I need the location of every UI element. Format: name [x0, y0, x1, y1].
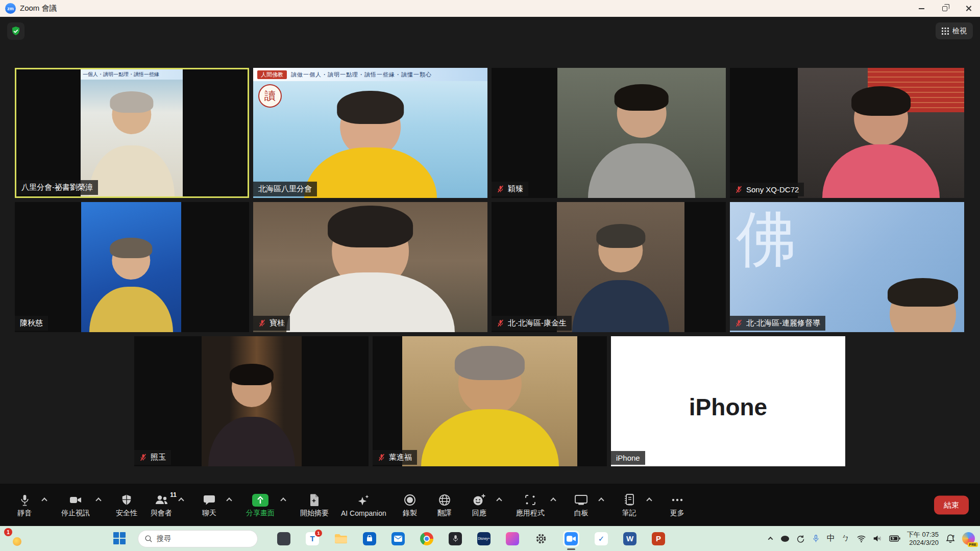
taskbar-settings[interactable] [534, 532, 548, 545]
participant-name-chip: iPhone [611, 451, 645, 465]
participant-name: 北-北海區-連麗修督導 [746, 318, 820, 328]
share-chevron[interactable] [279, 490, 288, 511]
video-tile-lianlixiu[interactable]: 佛 北-北海區-連麗修督導 [730, 202, 964, 332]
video-tile-sony[interactable]: Sony XQ-DC72 [730, 68, 964, 198]
taskbar-file-explorer[interactable] [334, 532, 348, 545]
notes-icon [623, 493, 635, 507]
participant-name-chip: 北海區八里分會 [253, 182, 317, 196]
muted-mic-icon [139, 454, 147, 461]
translate-button[interactable]: 翻譯 [433, 492, 456, 518]
battery-charging-icon[interactable] [889, 535, 900, 542]
video-tile-yejinfu[interactable]: 葉進福 [373, 336, 607, 466]
camera-icon [69, 493, 82, 507]
taskbar-app-window[interactable] [277, 532, 290, 545]
video-tile-liu[interactable]: 一個人・讀明一點理・讀悟一些緣 八里分會-祕書劉榮漳 [15, 68, 249, 198]
video-options-chevron[interactable] [94, 490, 103, 511]
video-tile-chenqiuci[interactable]: 陳秋慈 [15, 202, 249, 332]
muted-mic-icon [497, 185, 504, 193]
taskbar-ms-store[interactable] [363, 532, 376, 545]
chat-chevron[interactable] [225, 490, 234, 511]
share-screen-button[interactable]: 分享畫面 [246, 492, 275, 518]
chat-button[interactable]: 聊天 [198, 492, 220, 518]
video-tile-iphone[interactable]: iPhone iPhone [611, 336, 845, 466]
zoom-toolbar: 靜音 停止視訊 安全性 [0, 484, 980, 526]
video-tile-yingzhen[interactable]: 穎臻 [492, 68, 726, 198]
ime-mode-indicator[interactable]: 中 [827, 533, 835, 544]
participants-chevron[interactable] [177, 490, 186, 511]
buddha-character-overlay: 佛 [736, 202, 796, 281]
reactions-button[interactable]: 回應 [468, 492, 491, 518]
notes-chevron[interactable] [645, 490, 654, 511]
taskbar-weather-widget[interactable]: 1 [3, 528, 26, 549]
security-shield-icon [11, 26, 21, 36]
taskbar-disney-plus[interactable]: Disney+ [477, 532, 491, 545]
taskbar-check-app[interactable]: ✓ [595, 532, 608, 545]
participant-name: 北-北海區-康金生 [508, 318, 567, 328]
view-button[interactable]: 檢視 [936, 22, 973, 39]
copilot-icon[interactable]: PRE [962, 532, 975, 545]
zoom-app-icon: zm [5, 3, 16, 14]
wifi-icon[interactable] [856, 535, 866, 543]
end-meeting-button[interactable]: 結束 [934, 495, 969, 514]
mute-options-chevron[interactable] [40, 490, 49, 511]
reaction-smiley-icon [472, 493, 486, 507]
meeting-info-button[interactable] [7, 22, 24, 40]
whiteboard-chevron[interactable] [597, 490, 606, 511]
start-summary-button[interactable]: 開始摘要 [300, 492, 329, 518]
shield-icon [120, 493, 133, 507]
reactions-chevron[interactable] [495, 490, 504, 511]
apps-button[interactable]: 應用程式 [516, 492, 545, 518]
taskbar-clipchamp[interactable] [506, 532, 519, 545]
participants-count: 11 [170, 491, 177, 498]
close-button[interactable] [957, 0, 980, 17]
taskbar-recorder[interactable] [449, 532, 462, 545]
tray-app-icon[interactable] [781, 536, 789, 542]
apps-chevron[interactable] [549, 490, 558, 511]
more-button[interactable]: 更多 [666, 492, 689, 518]
ai-companion-button[interactable]: AI Companion [341, 493, 386, 517]
zoom-camera-icon [567, 535, 576, 542]
globe-icon [438, 493, 451, 507]
search-placeholder: 搜尋 [157, 534, 171, 543]
t-app-letter: T [310, 534, 314, 543]
participant-name-chip: 寶桂 [253, 316, 290, 331]
ime-phonetic-indicator[interactable]: ㄅ [842, 533, 850, 544]
taskbar-search[interactable]: 搜尋 [138, 530, 258, 547]
disney-label: Disney+ [478, 537, 490, 540]
sync-icon[interactable] [796, 534, 805, 543]
stop-video-button[interactable]: 停止視訊 [61, 492, 90, 518]
banner-tag: 人間佛教 [257, 70, 287, 79]
taskbar-clock[interactable]: 下午 07:35 2024/3/20 [907, 531, 939, 547]
participant-name-chip: 北-北海區-連麗修督導 [730, 316, 825, 331]
video-tile-zhaoyu[interactable]: 照玉 [134, 336, 369, 466]
mute-button[interactable]: 靜音 [13, 492, 36, 518]
video-tile-baogui[interactable]: 寶桂 [253, 202, 487, 332]
taskbar-chrome[interactable] [420, 532, 433, 545]
taskbar-word[interactable]: W [623, 532, 636, 545]
minimize-button[interactable] [910, 0, 933, 17]
video-tile-beihai[interactable]: 人間佛教 讀做一個人・讀明一點理・讀悟一些緣・讀懂一顆心 讀 北海區八里分會 [253, 68, 487, 198]
notification-bell[interactable]: z [945, 533, 955, 544]
participant-name-chip: 照玉 [134, 450, 171, 465]
tray-hidden-icons-chevron[interactable] [767, 535, 774, 542]
taskbar-powerpoint[interactable]: P [652, 532, 665, 545]
start-button[interactable] [113, 532, 127, 545]
bell-z-indicator: z [952, 534, 954, 538]
participants-button[interactable]: 11 與會者 [150, 492, 173, 518]
participant-name-chip: 北-北海區-康金生 [492, 316, 572, 331]
restore-button[interactable] [933, 0, 957, 17]
whiteboard-button[interactable]: 白板 [570, 492, 593, 518]
notes-button[interactable]: 筆記 [618, 492, 641, 518]
video-tile-kangjinsheng[interactable]: 北-北海區-康金生 [492, 202, 726, 332]
security-button[interactable]: 安全性 [115, 492, 138, 518]
weather-sun-icon [13, 537, 21, 546]
recorder-mic-icon [453, 535, 458, 542]
tray-mic-in-use-icon[interactable] [812, 534, 820, 544]
record-button[interactable]: 錄製 [399, 492, 421, 518]
windows-taskbar: 1 搜尋 T 1 [0, 526, 980, 551]
taskbar-zoom-active[interactable] [563, 531, 579, 547]
taskbar-mail[interactable] [391, 532, 405, 545]
taskbar-app-t[interactable]: T 1 [306, 532, 319, 545]
participant-name-chip: 八里分會-祕書劉榮漳 [16, 180, 98, 195]
speaker-icon[interactable] [873, 534, 883, 543]
